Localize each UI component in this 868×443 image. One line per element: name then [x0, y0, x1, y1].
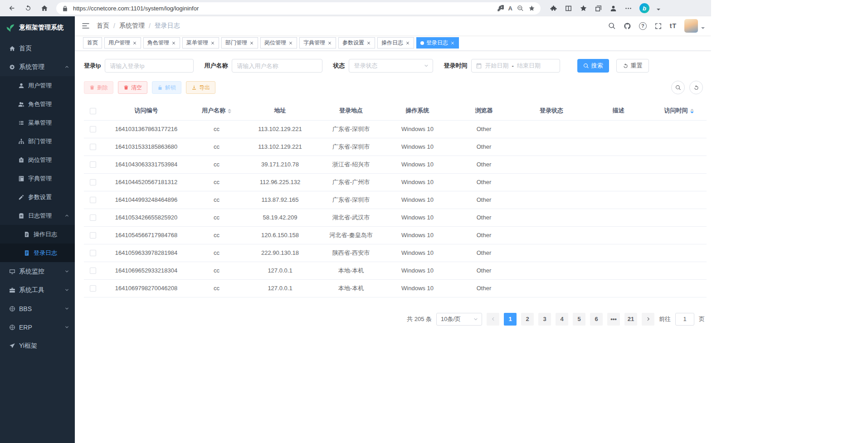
- prev-page-button[interactable]: [487, 313, 499, 326]
- read-aloud-icon[interactable]: A: [508, 5, 512, 12]
- sidebar-item-bbs[interactable]: BBS: [0, 299, 75, 318]
- reset-button[interactable]: 重置: [616, 59, 649, 73]
- user-avatar[interactable]: [684, 19, 698, 33]
- unlock-button[interactable]: 解锁: [152, 81, 181, 94]
- sidebar-item-login-log[interactable]: 登录日志: [0, 243, 75, 262]
- more-pages-button[interactable]: •••: [607, 313, 620, 326]
- copilot-icon[interactable]: b: [639, 3, 649, 13]
- page-size-select[interactable]: 10条/页: [436, 313, 482, 326]
- date-range-picker[interactable]: 开始日期 - 结束日期: [471, 59, 560, 73]
- page-number-button[interactable]: 5: [573, 313, 585, 326]
- sidebar-item-tools[interactable]: 系统工具: [0, 281, 75, 299]
- sidebar-item-home[interactable]: 首页: [0, 39, 75, 58]
- page-number-button[interactable]: 2: [521, 313, 534, 326]
- back-button[interactable]: [5, 2, 19, 15]
- page-number-button[interactable]: 1: [504, 313, 517, 326]
- help-icon[interactable]: ?: [639, 22, 647, 30]
- row-checkbox[interactable]: [90, 214, 96, 221]
- tab-close-icon[interactable]: [249, 41, 254, 45]
- tab[interactable]: 字典管理: [299, 37, 336, 49]
- site-info-icon[interactable]: [62, 5, 68, 12]
- font-size-icon[interactable]: tT: [670, 22, 677, 29]
- sidebar-item-erp[interactable]: ERP: [0, 318, 75, 336]
- logo-link[interactable]: 意框架管理系统: [0, 16, 75, 39]
- page-number-button[interactable]: 3: [538, 313, 551, 326]
- col-visit-time[interactable]: 访问时间: [651, 102, 707, 120]
- sidebar-item-system[interactable]: 系统管理: [0, 58, 75, 76]
- tab-close-icon[interactable]: [405, 41, 410, 45]
- tab[interactable]: 菜单管理: [182, 37, 219, 49]
- home-button[interactable]: [37, 2, 52, 15]
- tab[interactable]: 参数设置: [338, 37, 375, 49]
- tab[interactable]: 操作日志: [377, 37, 414, 49]
- add-favorite-icon[interactable]: [528, 5, 535, 12]
- url-text[interactable]: https://ccnetcore.com:1101/system/log/lo…: [73, 5, 493, 12]
- row-checkbox[interactable]: [90, 126, 96, 132]
- row-checkbox[interactable]: [90, 161, 96, 168]
- sidebar-item-post-mgmt[interactable]: 岗位管理: [0, 151, 75, 169]
- row-checkbox[interactable]: [90, 179, 96, 185]
- breadcrumb-home[interactable]: 首页: [97, 22, 109, 30]
- end-date-placeholder[interactable]: 结束日期: [517, 62, 541, 70]
- sort-icon[interactable]: [228, 107, 231, 115]
- sidebar-item-dept-mgmt[interactable]: 部门管理: [0, 132, 75, 151]
- goto-page-input[interactable]: [675, 313, 694, 326]
- tab[interactable]: 部门管理: [221, 37, 258, 49]
- start-date-placeholder[interactable]: 开始日期: [485, 62, 509, 70]
- tab[interactable]: 角色管理: [143, 37, 180, 49]
- last-page-button[interactable]: 21: [624, 313, 637, 326]
- page-number-button[interactable]: 6: [590, 313, 603, 326]
- profile-icon[interactable]: [610, 5, 617, 12]
- split-screen-icon[interactable]: [565, 5, 572, 12]
- row-checkbox[interactable]: [90, 232, 96, 239]
- tab[interactable]: 登录日志: [416, 37, 459, 49]
- export-button[interactable]: 导出: [186, 81, 215, 94]
- tab-close-icon[interactable]: [327, 41, 332, 45]
- row-checkbox[interactable]: [90, 285, 96, 292]
- sidebar-item-monitor[interactable]: 系统监控: [0, 262, 75, 281]
- tab-close-icon[interactable]: [450, 41, 455, 45]
- sidebar-item-operation-log[interactable]: 操作日志: [0, 225, 75, 243]
- row-checkbox[interactable]: [90, 144, 96, 150]
- username-input[interactable]: [232, 59, 322, 73]
- next-page-button[interactable]: [642, 313, 654, 326]
- tab[interactable]: 用户管理: [104, 37, 141, 49]
- github-icon[interactable]: [624, 22, 631, 30]
- page-number-button[interactable]: 4: [556, 313, 568, 326]
- tab[interactable]: 岗位管理: [260, 37, 297, 49]
- copilot-menu-caret-icon[interactable]: [657, 9, 660, 12]
- tab-close-icon[interactable]: [171, 41, 176, 45]
- refresh-table-button[interactable]: [689, 81, 703, 94]
- clear-button[interactable]: 清空: [118, 81, 147, 94]
- address-bar[interactable]: https://ccnetcore.com:1101/system/log/lo…: [56, 2, 541, 15]
- select-all-checkbox[interactable]: [90, 108, 96, 114]
- tab[interactable]: 首页: [83, 37, 102, 49]
- tab-close-icon[interactable]: [210, 41, 215, 45]
- password-key-icon[interactable]: [497, 5, 504, 12]
- delete-button[interactable]: 删除: [84, 81, 113, 94]
- settings-menu-icon[interactable]: [624, 5, 632, 12]
- toggle-search-button[interactable]: [671, 81, 685, 94]
- col-username[interactable]: 用户名称: [190, 102, 243, 120]
- collections-icon[interactable]: [595, 5, 602, 12]
- row-checkbox[interactable]: [90, 250, 96, 256]
- breadcrumb-system[interactable]: 系统管理: [119, 22, 145, 30]
- search-icon[interactable]: [608, 22, 616, 30]
- sidebar-item-role-mgmt[interactable]: 角色管理: [0, 95, 75, 113]
- zoom-out-icon[interactable]: [517, 5, 524, 12]
- extensions-icon[interactable]: [550, 5, 557, 12]
- sidebar-item-menu-mgmt[interactable]: 菜单管理: [0, 113, 75, 132]
- tab-close-icon[interactable]: [366, 41, 371, 45]
- sidebar-toggle-icon[interactable]: [81, 21, 90, 30]
- search-button[interactable]: 搜索: [577, 59, 609, 73]
- tab-close-icon[interactable]: [288, 41, 293, 45]
- sidebar-item-yi-framework[interactable]: Yi框架: [0, 336, 75, 355]
- sidebar-item-dict-mgmt[interactable]: 字典管理: [0, 169, 75, 188]
- sidebar-item-log-mgmt[interactable]: 日志管理: [0, 206, 75, 225]
- tab-close-icon[interactable]: [132, 41, 137, 45]
- refresh-button[interactable]: [21, 2, 35, 15]
- row-checkbox[interactable]: [90, 268, 96, 274]
- sidebar-item-user-mgmt[interactable]: 用户管理: [0, 76, 75, 95]
- sort-icon[interactable]: [690, 107, 694, 115]
- status-select[interactable]: 登录状态: [349, 59, 433, 73]
